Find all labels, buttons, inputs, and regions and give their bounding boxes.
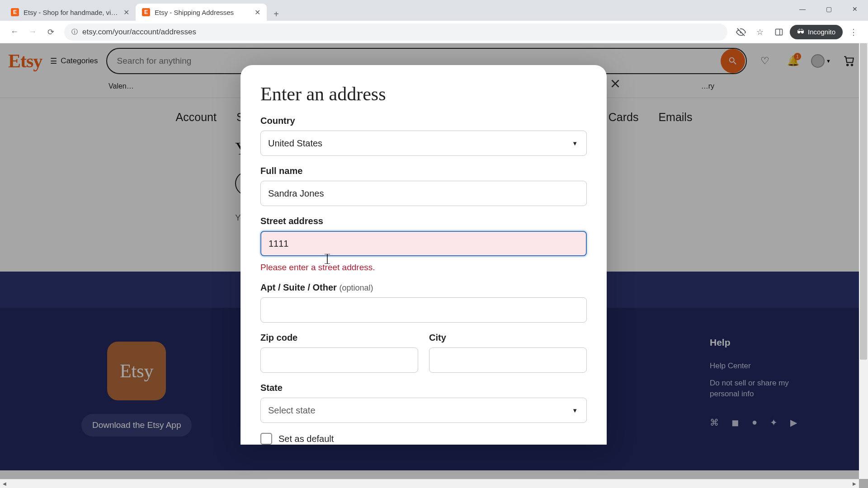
close-icon <box>609 78 621 89</box>
street-address-input[interactable] <box>260 231 587 256</box>
zip-input[interactable] <box>260 347 418 373</box>
maximize-button[interactable]: ▢ <box>816 0 842 18</box>
street-label: Street address <box>260 216 587 226</box>
svg-rect-0 <box>776 29 783 35</box>
tab-etsy-home[interactable]: E Etsy - Shop for handmade, vint… ✕ <box>5 4 136 21</box>
window-controls: — ▢ ✕ <box>789 0 868 18</box>
country-label: Country <box>260 116 587 126</box>
full-name-input[interactable] <box>260 181 587 206</box>
etsy-favicon-icon: E <box>11 8 19 16</box>
forward-button[interactable]: → <box>24 24 41 40</box>
modal-title: Enter an address <box>260 83 587 105</box>
default-label: Set as default <box>278 434 334 444</box>
tab-title: Etsy - Shipping Addresses <box>155 9 250 16</box>
tab-etsy-addresses[interactable]: E Etsy - Shipping Addresses ✕ <box>136 4 267 21</box>
incognito-badge[interactable]: 🕶 Incognito <box>790 25 843 39</box>
etsy-favicon-icon: E <box>142 8 150 16</box>
incognito-icon: 🕶 <box>797 28 804 36</box>
tab-strip: E Etsy - Shop for handmade, vint… ✕ E Et… <box>0 0 868 21</box>
street-error-message: Please enter a street address. <box>260 263 587 272</box>
apt-label: Apt / Suite / Other (optional) <box>260 282 587 293</box>
city-label: City <box>429 333 587 343</box>
scroll-left-arrow[interactable]: ◀ <box>0 481 9 486</box>
close-modal-button[interactable] <box>606 74 625 93</box>
bookmark-star-icon[interactable]: ☆ <box>752 24 768 40</box>
full-name-label: Full name <box>260 166 587 176</box>
vertical-scrollbar[interactable] <box>859 43 868 479</box>
new-tab-button[interactable]: + <box>269 7 283 21</box>
minimize-button[interactable]: — <box>789 0 816 18</box>
browser-chrome: E Etsy - Shop for handmade, vint… ✕ E Et… <box>0 0 868 43</box>
tab-title: Etsy - Shop for handmade, vint… <box>24 9 119 16</box>
page-viewport: Etsy ☰ Categories ♡ 🔔1 ▼ <box>0 43 868 488</box>
close-icon[interactable]: ✕ <box>255 8 260 17</box>
browser-toolbar: ← → ⟳ ⓘ etsy.com/your/account/addresses … <box>0 21 868 43</box>
back-button[interactable]: ← <box>6 24 23 40</box>
eye-off-icon[interactable] <box>733 24 749 40</box>
horizontal-scrollbar[interactable]: ◀ ▶ <box>0 479 859 488</box>
state-select[interactable]: Select state <box>260 398 587 423</box>
city-input[interactable] <box>429 347 587 373</box>
url-bar[interactable]: ⓘ etsy.com/your/account/addresses <box>64 23 727 41</box>
optional-hint: (optional) <box>339 283 373 292</box>
scrollbar-thumb[interactable] <box>860 43 867 360</box>
site-info-icon[interactable]: ⓘ <box>71 28 78 36</box>
close-window-button[interactable]: ✕ <box>842 0 868 18</box>
url-text: etsy.com/your/account/addresses <box>82 28 196 37</box>
kebab-menu-icon[interactable]: ⋮ <box>845 24 862 40</box>
scroll-right-arrow[interactable]: ▶ <box>850 481 859 486</box>
address-modal: Enter an address Country United States F… <box>241 65 607 445</box>
zip-label: Zip code <box>260 333 418 343</box>
state-label: State <box>260 383 587 393</box>
default-checkbox[interactable] <box>260 433 272 445</box>
close-icon[interactable]: ✕ <box>123 8 129 17</box>
incognito-label: Incognito <box>808 28 835 36</box>
side-panel-icon[interactable] <box>771 24 787 40</box>
reload-button[interactable]: ⟳ <box>42 24 59 40</box>
country-select[interactable]: United States <box>260 131 587 156</box>
apt-input[interactable] <box>260 297 587 323</box>
